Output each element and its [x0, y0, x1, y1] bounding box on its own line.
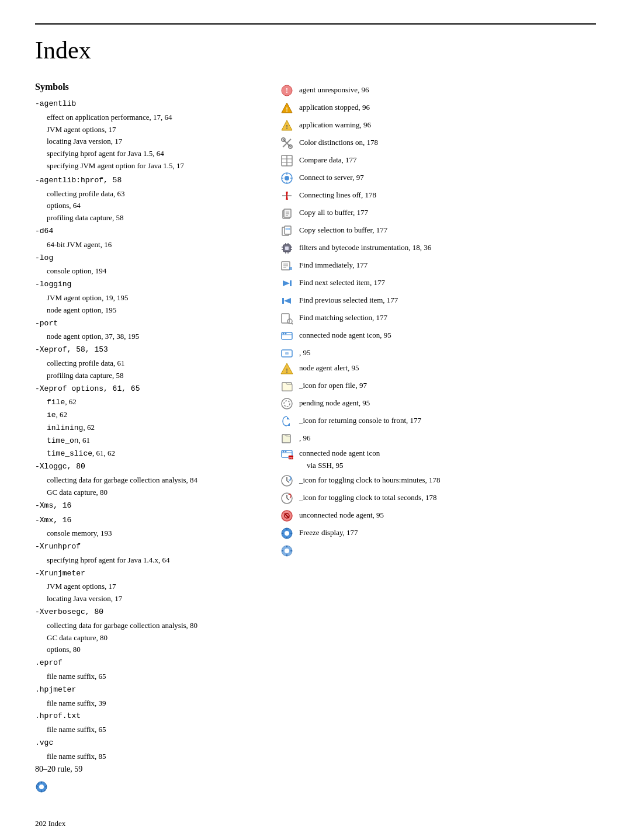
connect-server-text: Connect to server, 97 [297, 172, 364, 184]
pending-node-agent-text: pending node agent, 95 [297, 397, 370, 409]
svg-rect-97 [286, 528, 287, 530]
entry-vgc-1: file name suffix, 85 [35, 751, 257, 763]
svg-point-60 [287, 319, 292, 324]
entry-xeprof-timeslice: time_slice, 61, 62 [35, 447, 257, 460]
find-matching-text: Find matching selection, 177 [297, 312, 387, 324]
unconnected-node-agent-icon [280, 509, 293, 522]
toggle-clock-ts-icon [280, 492, 293, 505]
application-warning-icon: ! [280, 119, 293, 132]
term-xeprof: -Xeprof, 58, 153 [35, 345, 108, 354]
copy-all-buffer-icon [280, 207, 293, 220]
svg-marker-57 [284, 298, 291, 304]
entry-logging-2: node agent option, 195 [35, 304, 257, 317]
entry-xrunhprof: -Xrunhprof [35, 540, 257, 553]
entry-80-20: 80–20 rule, 59 [35, 763, 257, 776]
term-agentlib-hprof: -agentlib:hprof, 58 [35, 176, 122, 185]
svg-marker-74 [287, 416, 290, 419]
open-file-text: _icon for open file, 97 [297, 380, 367, 392]
entry-connected-node-agent: connected node agent icon, 95 [280, 329, 596, 345]
entry-port-1: node agent option, 37, 38, 195 [35, 331, 257, 343]
entry-freeze-display: Freeze display, 177 [280, 527, 596, 542]
entry-d64-1: 64-bit JVM agent, 16 [35, 239, 257, 251]
application-stopped-text: application stopped, 96 [297, 102, 370, 114]
page: Index Symbols -agentlib effect on applic… [0, 0, 631, 840]
term-xloggc: -Xloggc, 80 [35, 462, 85, 471]
entry-application-stopped: ! application stopped, 96 [280, 102, 596, 117]
entry-ahprof-1: collecting profile data, 63 [35, 188, 257, 200]
entry-hpjmeter: .hpjmeter [35, 683, 257, 696]
svg-point-64 [283, 333, 285, 335]
find-immediately-icon [280, 259, 293, 272]
gear-blue-icon [35, 780, 48, 793]
entry-eprof: .eprof [35, 656, 257, 669]
symbols-heading: Symbols [35, 82, 257, 92]
entry-logging: -logging [35, 277, 257, 291]
svg-rect-104 [286, 554, 287, 556]
entry-log-1: console option, 194 [35, 265, 257, 277]
entry-xverbosegc-1: collecting data for garbage collection a… [35, 620, 257, 632]
term-xms: -Xms, 16 [35, 501, 71, 510]
agent-unresponsive-text: agent unresponsive, 96 [297, 84, 369, 96]
entry-xloggc-2: GC data capture, 80 [35, 487, 257, 499]
entry-xmx: -Xmx, 16 [35, 513, 257, 527]
entry-xloggc-1: collecting data for garbage collection a… [35, 474, 257, 487]
term-port: -port [35, 319, 58, 328]
freeze-display-2-icon [280, 544, 293, 557]
entry-d64: -d64 [35, 224, 257, 238]
filters-bytecode-text: filters and bytecode instrumentation, 18… [297, 242, 431, 254]
svg-rect-59 [282, 314, 289, 323]
term-xverbosegc: -Xverbosegc, 80 [35, 608, 103, 616]
entry-agentlib-2: JVM agent options, 17 [35, 124, 257, 136]
svg-rect-33 [284, 209, 291, 217]
term-vgc: .vgc [35, 738, 53, 747]
find-next-text: Find next selected item, 177 [297, 277, 385, 289]
entry-xeprof-inlining: inlining, 62 [35, 422, 257, 435]
entry-copy-selection-buffer: Copy selection to buffer, 177 [280, 224, 596, 239]
freeze-display-text: Freeze display, 177 [297, 527, 358, 539]
connect-server-icon [280, 172, 293, 185]
term-xrunhprof: -Xrunhprof [35, 542, 81, 551]
svg-line-90 [287, 498, 289, 500]
application-stopped-icon: ! [280, 102, 293, 114]
entry-agentlib-hprof: -agentlib:hprof, 58 [35, 173, 257, 187]
connected-via-ssh-icon: SSH [280, 447, 293, 460]
svg-point-102 [285, 549, 289, 553]
open-file-icon [280, 380, 293, 393]
entry-icon-96: , 96 [280, 432, 596, 445]
svg-line-61 [292, 323, 293, 324]
entry-filters-bytecode: filters and bytecode instrumentation, 18… [280, 242, 596, 257]
term-xmx: -Xmx, 16 [35, 516, 71, 525]
entry-pending-node-agent: pending node agent, 95 [280, 397, 596, 412]
svg-rect-56 [290, 280, 292, 286]
entry-agent-unresponsive: ! agent unresponsive, 96 [280, 84, 596, 99]
entry-compare-data: Compare data, 177 [280, 154, 596, 169]
copy-selection-buffer-text: Copy selection to buffer, 177 [297, 224, 387, 237]
connected-via-ssh-text: connected node agent icon via SSH, 95 [297, 447, 380, 472]
svg-rect-4 [36, 786, 38, 787]
entry-node-agent-alert: ! node agent alert, 95 [280, 362, 596, 377]
term-xeprof-opts: -Xeprof options, 61, 65 [35, 384, 140, 393]
main-content: Symbols -agentlib effect on application … [35, 82, 596, 796]
term-d64: -d64 [35, 227, 53, 235]
color-distinctions-text: Color distinctions on, 178 [297, 137, 378, 149]
node-95-icon [280, 347, 293, 360]
term-hproftxt: .hprof.txt [35, 711, 81, 720]
entry-xrunjmeter: -Xrunjmeter [35, 567, 257, 580]
entry-xrunhprof-1: specifying hprof agent for Java 1.4.x, 6… [35, 554, 257, 567]
entry-eprof-1: file name suffix, 65 [35, 671, 257, 683]
entry-ahprof-2: options, 64 [35, 200, 257, 212]
find-next-icon [280, 277, 293, 290]
svg-point-73 [284, 401, 290, 407]
node-agent-alert-text: node agent alert, 95 [297, 362, 359, 374]
entry-xeprof-opts: -Xeprof options, 61, 65 [35, 382, 257, 395]
term-log: -log [35, 254, 53, 262]
returning-console-icon [280, 415, 293, 428]
entry-find-immediately: Find immediately, 177 [280, 259, 596, 275]
svg-point-23 [285, 176, 289, 181]
pending-node-agent-icon [280, 397, 293, 410]
term-agentlib: -agentlib [35, 99, 76, 108]
compare-data-text: Compare data, 177 [297, 154, 357, 166]
entry-find-previous: Find previous selected item, 177 [280, 294, 596, 310]
icon-bottom-left [35, 780, 257, 796]
svg-rect-100 [290, 533, 292, 534]
